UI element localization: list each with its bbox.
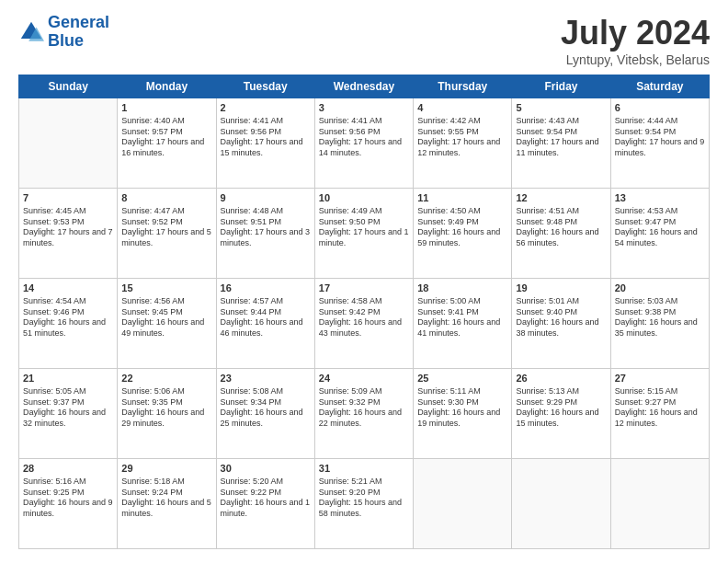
day-number: 2 xyxy=(221,101,311,115)
day-info: Sunrise: 5:13 AMSunset: 9:29 PMDaylight:… xyxy=(516,386,606,430)
day-info: Sunrise: 4:56 AMSunset: 9:45 PMDaylight:… xyxy=(121,296,211,339)
week-row-4: 28Sunrise: 5:16 AMSunset: 9:25 PMDayligh… xyxy=(19,459,710,549)
calendar-cell: 24Sunrise: 5:09 AMSunset: 9:32 PMDayligh… xyxy=(314,369,413,459)
calendar-cell: 11Sunrise: 4:50 AMSunset: 9:49 PMDayligh… xyxy=(414,189,512,279)
day-number: 28 xyxy=(23,462,113,476)
calendar-cell: 5Sunrise: 4:43 AMSunset: 9:54 PMDaylight… xyxy=(512,98,610,189)
day-number: 27 xyxy=(615,372,705,385)
day-info: Sunrise: 4:44 AMSunset: 9:54 PMDaylight:… xyxy=(615,116,705,159)
calendar-cell: 10Sunrise: 4:49 AMSunset: 9:50 PMDayligh… xyxy=(314,189,413,279)
day-header-monday: Monday xyxy=(118,75,216,98)
day-number: 16 xyxy=(221,282,311,295)
calendar-cell xyxy=(610,459,709,549)
calendar-cell: 21Sunrise: 5:05 AMSunset: 9:37 PMDayligh… xyxy=(19,369,118,459)
calendar-cell: 4Sunrise: 4:42 AMSunset: 9:55 PMDaylight… xyxy=(414,98,512,189)
day-info: Sunrise: 4:49 AMSunset: 9:50 PMDaylight:… xyxy=(319,206,409,249)
day-number: 9 xyxy=(221,191,311,205)
calendar-cell: 2Sunrise: 4:41 AMSunset: 9:56 PMDaylight… xyxy=(216,98,314,189)
day-header-tuesday: Tuesday xyxy=(216,75,314,98)
day-info: Sunrise: 4:41 AMSunset: 9:56 PMDaylight:… xyxy=(319,116,409,159)
day-info: Sunrise: 4:53 AMSunset: 9:47 PMDaylight:… xyxy=(615,206,705,249)
calendar-cell: 29Sunrise: 5:18 AMSunset: 9:24 PMDayligh… xyxy=(118,459,216,549)
calendar-cell: 12Sunrise: 4:51 AMSunset: 9:48 PMDayligh… xyxy=(512,189,610,279)
calendar-cell: 28Sunrise: 5:16 AMSunset: 9:25 PMDayligh… xyxy=(19,459,118,549)
week-row-0: 1Sunrise: 4:40 AMSunset: 9:57 PMDaylight… xyxy=(19,98,710,189)
day-info: Sunrise: 4:40 AMSunset: 9:57 PMDaylight:… xyxy=(121,116,211,159)
day-info: Sunrise: 5:03 AMSunset: 9:38 PMDaylight:… xyxy=(615,296,705,339)
logo-line1: General xyxy=(48,13,109,31)
calendar-cell: 16Sunrise: 4:57 AMSunset: 9:44 PMDayligh… xyxy=(216,279,314,369)
calendar-cell: 26Sunrise: 5:13 AMSunset: 9:29 PMDayligh… xyxy=(512,369,610,459)
day-info: Sunrise: 4:54 AMSunset: 9:46 PMDaylight:… xyxy=(23,296,113,339)
calendar-cell: 31Sunrise: 5:21 AMSunset: 9:20 PMDayligh… xyxy=(314,459,413,549)
title-block: July 2024 Lyntupy, Vitebsk, Belarus xyxy=(561,14,710,67)
day-info: Sunrise: 5:08 AMSunset: 9:34 PMDaylight:… xyxy=(221,386,311,430)
calendar-cell: 25Sunrise: 5:11 AMSunset: 9:30 PMDayligh… xyxy=(414,369,512,459)
day-info: Sunrise: 4:41 AMSunset: 9:56 PMDaylight:… xyxy=(221,116,311,159)
day-number: 13 xyxy=(615,191,705,205)
logo-text: General Blue xyxy=(48,14,109,51)
logo-line2: Blue xyxy=(48,31,84,50)
day-number: 12 xyxy=(516,191,606,205)
day-number: 18 xyxy=(417,282,507,295)
calendar-cell: 14Sunrise: 4:54 AMSunset: 9:46 PMDayligh… xyxy=(19,279,118,369)
day-number: 3 xyxy=(319,101,409,115)
day-info: Sunrise: 5:05 AMSunset: 9:37 PMDaylight:… xyxy=(23,386,113,430)
day-header-wednesday: Wednesday xyxy=(314,75,413,98)
calendar-cell: 9Sunrise: 4:48 AMSunset: 9:51 PMDaylight… xyxy=(216,189,314,279)
calendar-cell xyxy=(512,459,610,549)
calendar-cell: 3Sunrise: 4:41 AMSunset: 9:56 PMDaylight… xyxy=(314,98,413,189)
day-info: Sunrise: 5:09 AMSunset: 9:32 PMDaylight:… xyxy=(319,386,409,430)
day-number: 7 xyxy=(23,191,113,205)
week-row-3: 21Sunrise: 5:05 AMSunset: 9:37 PMDayligh… xyxy=(19,369,710,459)
day-info: Sunrise: 4:57 AMSunset: 9:44 PMDaylight:… xyxy=(221,296,311,339)
day-info: Sunrise: 4:48 AMSunset: 9:51 PMDaylight:… xyxy=(221,206,311,249)
day-number: 8 xyxy=(121,191,211,205)
calendar-cell: 19Sunrise: 5:01 AMSunset: 9:40 PMDayligh… xyxy=(512,279,610,369)
day-number: 14 xyxy=(23,282,113,295)
day-header-friday: Friday xyxy=(512,75,610,98)
header: General Blue July 2024 Lyntupy, Vitebsk,… xyxy=(18,14,710,67)
calendar-cell: 20Sunrise: 5:03 AMSunset: 9:38 PMDayligh… xyxy=(610,279,709,369)
day-number: 26 xyxy=(516,372,606,385)
week-row-1: 7Sunrise: 4:45 AMSunset: 9:53 PMDaylight… xyxy=(19,189,710,279)
logo-icon xyxy=(18,19,44,45)
calendar-table: SundayMondayTuesdayWednesdayThursdayFrid… xyxy=(18,75,710,549)
day-number: 10 xyxy=(319,191,409,205)
calendar-cell: 23Sunrise: 5:08 AMSunset: 9:34 PMDayligh… xyxy=(216,369,314,459)
day-number: 17 xyxy=(319,282,409,295)
day-number: 15 xyxy=(121,282,211,295)
month-title: July 2024 xyxy=(561,14,710,52)
day-number: 31 xyxy=(319,462,409,476)
day-info: Sunrise: 5:11 AMSunset: 9:30 PMDaylight:… xyxy=(417,386,507,430)
day-info: Sunrise: 4:45 AMSunset: 9:53 PMDaylight:… xyxy=(23,206,113,249)
day-header-thursday: Thursday xyxy=(414,75,512,98)
page: General Blue July 2024 Lyntupy, Vitebsk,… xyxy=(0,0,728,563)
calendar-cell: 27Sunrise: 5:15 AMSunset: 9:27 PMDayligh… xyxy=(610,369,709,459)
day-header-sunday: Sunday xyxy=(19,75,118,98)
day-info: Sunrise: 5:01 AMSunset: 9:40 PMDaylight:… xyxy=(516,296,606,339)
day-number: 1 xyxy=(121,101,211,115)
day-number: 22 xyxy=(121,372,211,385)
day-number: 19 xyxy=(516,282,606,295)
calendar-cell xyxy=(414,459,512,549)
day-number: 29 xyxy=(121,462,211,476)
day-number: 5 xyxy=(516,101,606,115)
day-info: Sunrise: 5:00 AMSunset: 9:41 PMDaylight:… xyxy=(417,296,507,339)
day-number: 20 xyxy=(615,282,705,295)
location: Lyntupy, Vitebsk, Belarus xyxy=(561,52,710,67)
day-info: Sunrise: 5:15 AMSunset: 9:27 PMDaylight:… xyxy=(615,386,705,430)
calendar-cell: 30Sunrise: 5:20 AMSunset: 9:22 PMDayligh… xyxy=(216,459,314,549)
calendar-cell: 1Sunrise: 4:40 AMSunset: 9:57 PMDaylight… xyxy=(118,98,216,189)
day-number: 6 xyxy=(615,101,705,115)
day-info: Sunrise: 4:47 AMSunset: 9:52 PMDaylight:… xyxy=(121,206,211,249)
day-number: 30 xyxy=(221,462,311,476)
day-number: 11 xyxy=(417,191,507,205)
day-info: Sunrise: 5:20 AMSunset: 9:22 PMDaylight:… xyxy=(221,477,311,520)
day-info: Sunrise: 5:16 AMSunset: 9:25 PMDaylight:… xyxy=(23,477,113,520)
calendar-header-row: SundayMondayTuesdayWednesdayThursdayFrid… xyxy=(19,75,710,98)
day-info: Sunrise: 5:06 AMSunset: 9:35 PMDaylight:… xyxy=(121,386,211,430)
calendar-cell: 15Sunrise: 4:56 AMSunset: 9:45 PMDayligh… xyxy=(118,279,216,369)
day-info: Sunrise: 4:58 AMSunset: 9:42 PMDaylight:… xyxy=(319,296,409,339)
calendar-cell: 22Sunrise: 5:06 AMSunset: 9:35 PMDayligh… xyxy=(118,369,216,459)
